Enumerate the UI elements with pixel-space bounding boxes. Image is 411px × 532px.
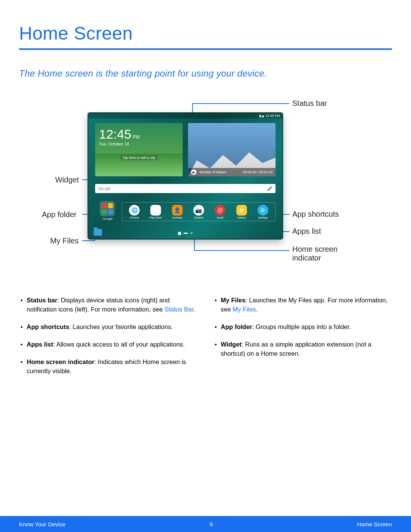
clock-time-value: 12:45 [99, 127, 131, 141]
line-appslist-h [282, 231, 290, 232]
diagram-area: Status bar App shortcuts Apps list Home … [19, 102, 392, 277]
list-item: App folder: Groups multiple apps into a … [213, 323, 392, 332]
page-title: Home Screen [19, 23, 392, 44]
clock-time: 12:45PM [99, 127, 179, 142]
indicator-active [183, 233, 188, 234]
callout-app-folder: App folder [42, 210, 76, 219]
status-time: 12:45 PM [265, 114, 280, 118]
google-logo: Google [98, 187, 110, 191]
clock-tap-hint: Tap here to add a city [120, 155, 158, 160]
list-item: Home screen indicator: Indicates which H… [19, 358, 198, 376]
folder-label: Google [100, 217, 116, 220]
video-time: 03:05:00 / 00:01:43 [243, 170, 272, 174]
footer-left: Know Your Device [19, 521, 65, 527]
line-indicator-h [194, 250, 290, 251]
list-item: My Files: Launches the My Files app. For… [213, 296, 392, 314]
indicator-dot [190, 232, 193, 234]
clock-widget: 12:45PM Tue, October 18 Tap here to add … [95, 123, 183, 176]
signal-icon: ▮◢ [259, 114, 264, 118]
footer-center: 9 [210, 521, 213, 527]
mic-icon: 🎤 [267, 186, 272, 191]
bullet-columns: Status bar: Displays device status icons… [19, 296, 392, 384]
line-myfiles-h [82, 240, 94, 241]
my-files-icon [94, 229, 102, 236]
page-subtitle: The Home screen is the starting point fo… [19, 68, 392, 79]
app-dock: 🌐Chrome ▶Play Store 👤Contacts 📷Camera @E… [122, 202, 276, 221]
footer-right: Home Screen [357, 521, 392, 527]
bullets-left: Status bar: Displays device status icons… [19, 296, 198, 384]
callout-widget: Widget [55, 176, 79, 184]
app-email: @Email [210, 205, 229, 219]
app-playstore: ▶Play Store [146, 205, 165, 219]
app-gallery: ✿Gallery [232, 205, 251, 219]
callout-home-indicator: Home screen indicator [292, 245, 349, 262]
app-settings: ⚙Settings [253, 205, 272, 219]
title-rule [19, 48, 392, 50]
list-item: App shortcuts: Launches your favorite ap… [19, 323, 198, 332]
status-bar: ▮◢ 12:45 PM [88, 113, 282, 118]
app-contacts: 👤Contacts [168, 205, 187, 219]
play-icon: ▶ [191, 169, 196, 175]
page-footer: Know Your Device 9 Home Screen [0, 516, 411, 532]
app-folder: Google [100, 201, 116, 220]
list-item: Apps list: Allows quick access to all of… [19, 340, 198, 349]
app-chrome: 🌐Chrome [125, 205, 144, 219]
apps-list-icon [178, 232, 181, 235]
bullets-right: My Files: Launches the My Files app. For… [213, 296, 392, 384]
app-camera: 📷Camera [189, 205, 208, 219]
video-bar: ▶ Wonder of Nature 03:05:00 / 00:01:43 [188, 168, 276, 176]
list-item: Widget: Runs as a simple application ext… [213, 340, 392, 358]
line-indicator-v [194, 238, 195, 251]
callout-my-files: My Files [50, 236, 78, 245]
tablet-mock: ▮◢ 12:45 PM 12:45PM Tue, October 18 Tap … [88, 113, 282, 239]
video-widget: ▶ Wonder of Nature 03:05:00 / 00:01:43 [188, 123, 276, 176]
callout-status-bar: Status bar [292, 99, 327, 108]
line-shortcuts-h [282, 214, 290, 215]
google-search-widget: Google 🎤 [95, 184, 276, 193]
home-indicators [178, 232, 193, 235]
clock-date: Tue, October 18 [99, 142, 179, 146]
line-status-h [192, 103, 289, 104]
list-item: Status bar: Displays device status icons… [19, 296, 198, 314]
clock-ampm: PM [133, 134, 140, 140]
callout-app-shortcuts: App shortcuts [292, 210, 339, 219]
video-title: Wonder of Nature [199, 170, 226, 174]
callout-apps-list: Apps list [292, 227, 321, 236]
